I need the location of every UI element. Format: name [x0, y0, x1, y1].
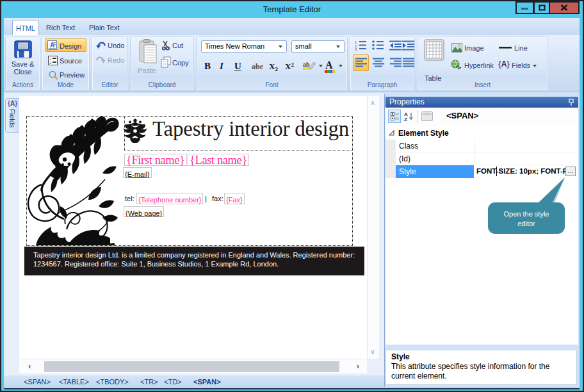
svg-text:3: 3: [355, 47, 357, 51]
svg-text:Z: Z: [404, 117, 407, 122]
svg-text:Open the style: Open the style: [504, 210, 549, 218]
svg-text:editor: editor: [517, 220, 535, 227]
svg-text:ab: ab: [303, 61, 310, 68]
